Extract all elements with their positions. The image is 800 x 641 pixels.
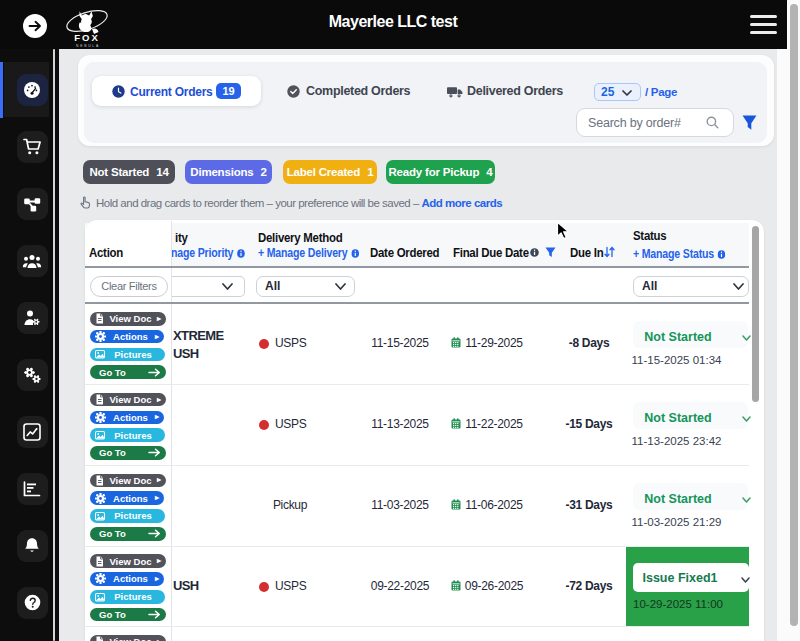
svg-text:NEBULA: NEBULA [76,44,100,48]
svg-text:FOX: FOX [74,32,100,43]
